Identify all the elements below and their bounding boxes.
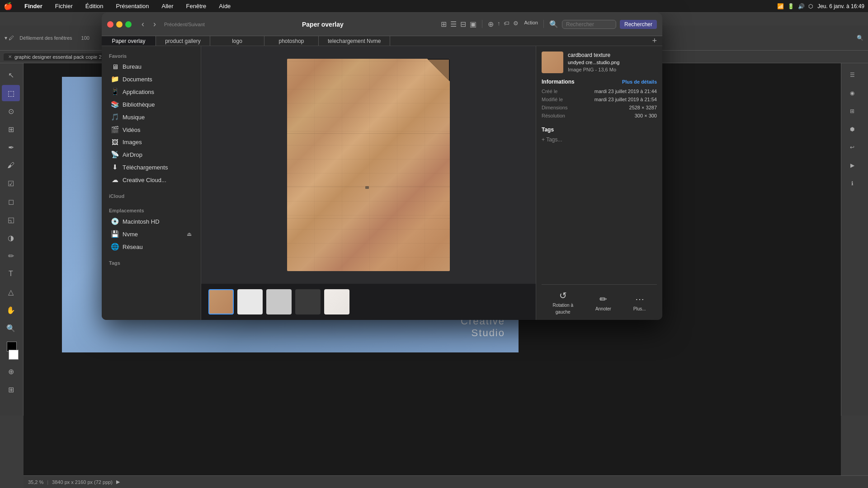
menubar-edition[interactable]: Édition [83,2,106,10]
sidebar-item-videos[interactable]: 🎬 Vidéos [104,123,199,136]
view-icon-grid[interactable]: ⊞ [441,20,447,29]
sidebar-label-documents: Documents [123,76,152,83]
ps-tool-zoom[interactable]: 🔍 [2,320,20,336]
thumb-0-cardboard[interactable] [208,289,234,314]
ps-panel-properties[interactable]: ⊞ [843,103,861,119]
ps-panel-actions[interactable]: ▶ [843,157,861,174]
share-button[interactable]: ↑ [497,20,500,29]
action-label[interactable]: Action [524,20,538,29]
ps-panel-layers[interactable]: ☰ [843,67,861,83]
sidebar-item-macintosh-hd[interactable]: 💿 Macintosh HD [104,215,199,228]
ps-bg-color[interactable] [9,350,19,360]
dimensions-value: 2528 × 3287 [582,105,657,110]
sidebar-label-airdrop: AirDrop [123,151,142,158]
file-size: 13,6 Mo [598,67,616,72]
sidebar-item-nvme[interactable]: 💾 Nvme ⏏ [104,228,199,240]
ps-tool-dodge[interactable]: ◑ [2,230,20,246]
finder-header-icons: ⊞ ☰ ⊟ ▣ ⊕ ↑ 🏷 ⚙ Action 🔍 Rechercher [441,20,657,29]
ps-nav-arrow[interactable]: ▶ [116,479,120,485]
ps-panel-info[interactable]: ℹ [843,175,861,192]
sidebar-label-reseau: Réseau [123,244,143,250]
maximize-button[interactable] [125,21,132,28]
menubar-finder[interactable]: Finder [22,2,45,10]
cardboard-staple [365,186,369,189]
view-icon-gallery[interactable]: ▣ [470,20,476,29]
tab-photoshop[interactable]: photoshop [264,36,319,46]
view-icon-list[interactable]: ☰ [450,20,457,29]
ps-tool-selector[interactable]: ▾ 🖊 [5,35,14,41]
annotate-button[interactable]: ✏ Annoter [595,294,611,311]
sidebar-item-applications[interactable]: 📱 Applications [104,85,199,98]
menubar-fichier[interactable]: Fichier [52,2,75,10]
tag-add-button[interactable]: + Tags... [542,136,657,143]
ps-tool-eraser[interactable]: ◻ [2,193,20,210]
battery-icon: 🔋 [788,3,794,9]
finder-body: Favoris 🖥 Bureau 📁 Documents 📱 Applicati… [102,46,662,320]
sidebar-item-telechargements[interactable]: ⬇ Téléchargements [104,161,199,174]
sidebar-item-bureau[interactable]: 🖥 Bureau [104,61,199,73]
thumb-4-paper[interactable] [324,289,349,314]
sidebar-item-bibliotheque[interactable]: 📚 Bibliothèque [104,98,199,111]
sidebar-item-images[interactable]: 🖼 Images [104,136,199,148]
info-row-modified: Modifié le mardi 23 juillet 2019 à 21:54 [542,97,657,102]
more-button[interactable]: ⋯ Plus... [633,294,646,311]
group-button[interactable]: ⊕ [488,20,494,29]
ps-tool-lasso[interactable]: ⊙ [2,103,20,119]
tab-add-button[interactable]: + [646,36,662,46]
ps-tool-move[interactable]: ↖ [2,67,20,83]
back-button[interactable]: ‹ [139,18,147,31]
close-button[interactable] [107,21,113,28]
dimensions-label: Dimensions [542,105,582,110]
ps-panel-channels[interactable]: ⬢ [843,121,861,137]
search-input[interactable] [562,20,616,29]
ps-tab-close[interactable]: ✕ [8,54,12,59]
tab-telechargement[interactable]: telechargement Nvme [319,36,390,46]
info-section: Informations Plus de détails Créé le mar… [542,79,657,121]
thumb-3-darkgray[interactable] [295,289,321,314]
sidebar-item-reseau[interactable]: 🌐 Réseau [104,240,199,253]
search-button[interactable]: Rechercher [620,20,657,29]
ps-tool-pen[interactable]: ✏ [2,248,20,264]
resolution-label: Résolution [542,113,582,118]
ps-tool-hand[interactable]: ✋ [2,302,20,318]
ps-tool-clone[interactable]: ☑ [2,175,20,192]
menubar-fenetre[interactable]: Fenêtre [184,2,209,10]
sidebar-item-airdrop[interactable]: 📡 AirDrop [104,148,199,161]
ps-tab[interactable]: ✕ graphic designer essential pack copie … [4,53,110,61]
ps-tool-extra2[interactable]: ⊞ [2,381,20,398]
rotation-label: Rotation à [552,303,573,308]
ps-tool-gradient[interactable]: ◱ [2,211,20,228]
view-icon-columns[interactable]: ⊟ [460,20,466,29]
tab-logo[interactable]: logo [210,36,264,46]
ps-tool-shape[interactable]: △ [2,284,20,300]
menubar-presentation[interactable]: Présentation [113,2,152,10]
nvme-eject-icon[interactable]: ⏏ [187,231,192,237]
ps-tool-brush[interactable]: 🖌 [2,157,20,174]
sidebar-item-documents[interactable]: 📁 Documents [104,73,199,85]
ps-panel-history[interactable]: ↩ [843,139,861,155]
ps-tool-extra1[interactable]: ⊕ [2,363,20,380]
tab-product-gallery[interactable]: product gallery [156,36,210,46]
ps-panel-adjust[interactable]: ◉ [843,85,861,101]
bibliotheque-icon: 📚 [111,100,119,108]
menubar-aller[interactable]: Aller [159,2,176,10]
search-icon[interactable]: 🔍 [549,20,558,29]
ps-search-icon[interactable]: 🔍 [857,35,863,41]
apple-menu-icon[interactable]: 🍎 [4,2,13,10]
menubar-aide[interactable]: Aide [216,2,233,10]
ps-tool-select[interactable]: ⬚ [2,85,20,101]
ps-tool-text[interactable]: T [2,266,20,282]
sidebar-item-creative-cloud[interactable]: ☁ Creative Cloud... [104,174,199,186]
tags-button[interactable]: 🏷 [504,20,509,29]
thumb-2-lightgray[interactable] [266,289,292,314]
forward-button[interactable]: › [151,18,159,31]
action-button[interactable]: ⚙ [513,20,519,29]
rotation-button[interactable]: ↺ Rotation à gauche [552,290,573,314]
tab-paper-overlay[interactable]: Paper overlay [102,36,156,46]
minimize-button[interactable] [116,21,123,28]
ps-tool-measure[interactable]: ✒ [2,139,20,155]
sidebar-item-musique[interactable]: 🎵 Musique [104,111,199,123]
thumb-1-white[interactable] [237,289,263,314]
ps-tool-crop[interactable]: ⊞ [2,121,20,137]
info-details-link[interactable]: Plus de détails [622,79,657,84]
